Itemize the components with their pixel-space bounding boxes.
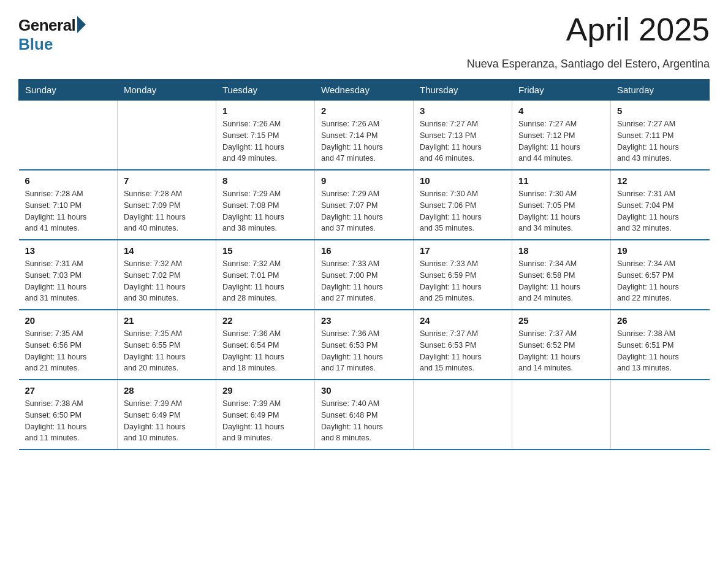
calendar-day-cell: 29Sunrise: 7:39 AM Sunset: 6:49 PM Dayli… (216, 380, 315, 450)
day-number: 23 (321, 315, 407, 326)
day-info: Sunrise: 7:28 AM Sunset: 7:10 PM Dayligh… (25, 188, 112, 234)
title-block: April 2025 (566, 12, 710, 47)
calendar-header-friday: Friday (512, 80, 611, 101)
calendar-day-cell: 4Sunrise: 7:27 AM Sunset: 7:12 PM Daylig… (512, 101, 611, 170)
day-info: Sunrise: 7:34 AM Sunset: 6:57 PM Dayligh… (617, 258, 703, 304)
day-info: Sunrise: 7:26 AM Sunset: 7:14 PM Dayligh… (321, 118, 407, 164)
day-number: 21 (124, 315, 210, 326)
empty-cell (611, 380, 710, 450)
day-number: 1 (222, 105, 308, 116)
day-number: 14 (124, 245, 210, 256)
day-number: 15 (222, 245, 308, 256)
day-number: 20 (25, 315, 112, 326)
day-info: Sunrise: 7:30 AM Sunset: 7:06 PM Dayligh… (420, 188, 506, 234)
day-number: 24 (420, 315, 506, 326)
day-number: 16 (321, 245, 407, 256)
location-title: Nueva Esperanza, Santiago del Estero, Ar… (18, 58, 710, 71)
calendar-header-tuesday: Tuesday (216, 80, 315, 101)
calendar-day-cell: 28Sunrise: 7:39 AM Sunset: 6:49 PM Dayli… (118, 380, 216, 450)
logo-general-text: General (18, 16, 75, 35)
day-info: Sunrise: 7:35 AM Sunset: 6:55 PM Dayligh… (124, 328, 210, 374)
logo: General Blue (18, 12, 86, 54)
day-info: Sunrise: 7:26 AM Sunset: 7:15 PM Dayligh… (222, 118, 308, 164)
day-info: Sunrise: 7:35 AM Sunset: 6:56 PM Dayligh… (25, 328, 112, 374)
day-info: Sunrise: 7:37 AM Sunset: 6:52 PM Dayligh… (518, 328, 604, 374)
day-info: Sunrise: 7:38 AM Sunset: 6:50 PM Dayligh… (25, 398, 112, 444)
calendar-header-row: SundayMondayTuesdayWednesdayThursdayFrid… (19, 80, 710, 101)
calendar-day-cell: 20Sunrise: 7:35 AM Sunset: 6:56 PM Dayli… (19, 310, 118, 380)
day-info: Sunrise: 7:39 AM Sunset: 6:49 PM Dayligh… (124, 398, 210, 444)
day-number: 26 (617, 315, 703, 326)
calendar-day-cell: 24Sunrise: 7:37 AM Sunset: 6:53 PM Dayli… (414, 310, 512, 380)
day-info: Sunrise: 7:34 AM Sunset: 6:58 PM Dayligh… (518, 258, 604, 304)
day-info: Sunrise: 7:39 AM Sunset: 6:49 PM Dayligh… (222, 398, 308, 444)
calendar-header-saturday: Saturday (611, 80, 710, 101)
calendar-day-cell: 6Sunrise: 7:28 AM Sunset: 7:10 PM Daylig… (19, 170, 118, 240)
day-number: 22 (222, 315, 308, 326)
calendar-table: SundayMondayTuesdayWednesdayThursdayFrid… (18, 79, 710, 450)
day-info: Sunrise: 7:36 AM Sunset: 6:53 PM Dayligh… (321, 328, 407, 374)
calendar-day-cell: 3Sunrise: 7:27 AM Sunset: 7:13 PM Daylig… (414, 101, 512, 170)
calendar-week-row: 20Sunrise: 7:35 AM Sunset: 6:56 PM Dayli… (19, 310, 710, 380)
calendar-header-sunday: Sunday (19, 80, 118, 101)
empty-cell (414, 380, 512, 450)
calendar-day-cell: 26Sunrise: 7:38 AM Sunset: 6:51 PM Dayli… (611, 310, 710, 380)
calendar-day-cell: 1Sunrise: 7:26 AM Sunset: 7:15 PM Daylig… (216, 101, 315, 170)
day-info: Sunrise: 7:29 AM Sunset: 7:07 PM Dayligh… (321, 188, 407, 234)
day-info: Sunrise: 7:40 AM Sunset: 6:48 PM Dayligh… (321, 398, 407, 444)
calendar-day-cell: 19Sunrise: 7:34 AM Sunset: 6:57 PM Dayli… (611, 240, 710, 310)
day-info: Sunrise: 7:32 AM Sunset: 7:02 PM Dayligh… (124, 258, 210, 304)
calendar-day-cell: 8Sunrise: 7:29 AM Sunset: 7:08 PM Daylig… (216, 170, 315, 240)
empty-cell (512, 380, 611, 450)
day-info: Sunrise: 7:33 AM Sunset: 7:00 PM Dayligh… (321, 258, 407, 304)
calendar-header-monday: Monday (118, 80, 216, 101)
logo-arrow-icon (77, 16, 86, 33)
calendar-day-cell: 9Sunrise: 7:29 AM Sunset: 7:07 PM Daylig… (315, 170, 414, 240)
day-number: 28 (124, 385, 210, 396)
day-info: Sunrise: 7:27 AM Sunset: 7:11 PM Dayligh… (617, 118, 703, 164)
day-number: 3 (420, 105, 506, 116)
day-number: 19 (617, 245, 703, 256)
calendar-day-cell: 30Sunrise: 7:40 AM Sunset: 6:48 PM Dayli… (315, 380, 414, 450)
calendar-day-cell: 14Sunrise: 7:32 AM Sunset: 7:02 PM Dayli… (118, 240, 216, 310)
calendar-header-thursday: Thursday (414, 80, 512, 101)
day-number: 2 (321, 105, 407, 116)
day-number: 8 (222, 175, 308, 186)
day-info: Sunrise: 7:27 AM Sunset: 7:13 PM Dayligh… (420, 118, 506, 164)
day-info: Sunrise: 7:37 AM Sunset: 6:53 PM Dayligh… (420, 328, 506, 374)
calendar-day-cell: 11Sunrise: 7:30 AM Sunset: 7:05 PM Dayli… (512, 170, 611, 240)
day-number: 11 (518, 175, 604, 186)
day-number: 13 (25, 245, 112, 256)
day-info: Sunrise: 7:36 AM Sunset: 6:54 PM Dayligh… (222, 328, 308, 374)
day-info: Sunrise: 7:28 AM Sunset: 7:09 PM Dayligh… (124, 188, 210, 234)
day-number: 5 (617, 105, 703, 116)
empty-cell (118, 101, 216, 170)
day-info: Sunrise: 7:32 AM Sunset: 7:01 PM Dayligh… (222, 258, 308, 304)
calendar-week-row: 27Sunrise: 7:38 AM Sunset: 6:50 PM Dayli… (19, 380, 710, 450)
logo-blue-text: Blue (18, 35, 53, 54)
day-info: Sunrise: 7:33 AM Sunset: 6:59 PM Dayligh… (420, 258, 506, 304)
calendar-day-cell: 25Sunrise: 7:37 AM Sunset: 6:52 PM Dayli… (512, 310, 611, 380)
calendar-week-row: 1Sunrise: 7:26 AM Sunset: 7:15 PM Daylig… (19, 101, 710, 170)
calendar-day-cell: 5Sunrise: 7:27 AM Sunset: 7:11 PM Daylig… (611, 101, 710, 170)
calendar-day-cell: 12Sunrise: 7:31 AM Sunset: 7:04 PM Dayli… (611, 170, 710, 240)
calendar-day-cell: 22Sunrise: 7:36 AM Sunset: 6:54 PM Dayli… (216, 310, 315, 380)
day-info: Sunrise: 7:31 AM Sunset: 7:03 PM Dayligh… (25, 258, 112, 304)
calendar-day-cell: 7Sunrise: 7:28 AM Sunset: 7:09 PM Daylig… (118, 170, 216, 240)
day-info: Sunrise: 7:38 AM Sunset: 6:51 PM Dayligh… (617, 328, 703, 374)
day-info: Sunrise: 7:29 AM Sunset: 7:08 PM Dayligh… (222, 188, 308, 234)
month-title: April 2025 (566, 12, 710, 47)
day-number: 10 (420, 175, 506, 186)
day-number: 9 (321, 175, 407, 186)
day-number: 12 (617, 175, 703, 186)
calendar-day-cell: 27Sunrise: 7:38 AM Sunset: 6:50 PM Dayli… (19, 380, 118, 450)
empty-cell (19, 101, 118, 170)
day-info: Sunrise: 7:30 AM Sunset: 7:05 PM Dayligh… (518, 188, 604, 234)
day-info: Sunrise: 7:27 AM Sunset: 7:12 PM Dayligh… (518, 118, 604, 164)
day-number: 17 (420, 245, 506, 256)
calendar-day-cell: 16Sunrise: 7:33 AM Sunset: 7:00 PM Dayli… (315, 240, 414, 310)
calendar-day-cell: 21Sunrise: 7:35 AM Sunset: 6:55 PM Dayli… (118, 310, 216, 380)
day-number: 6 (25, 175, 112, 186)
day-number: 27 (25, 385, 112, 396)
day-number: 18 (518, 245, 604, 256)
